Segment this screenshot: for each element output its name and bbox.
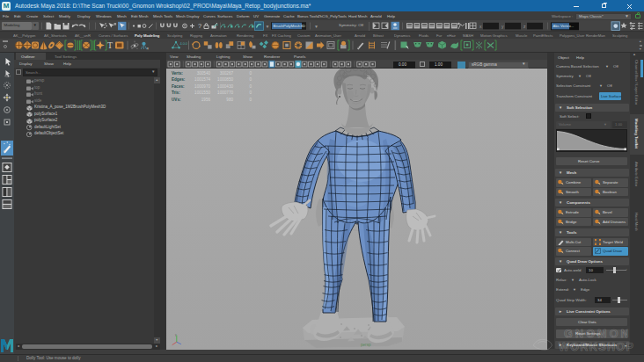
svg-text:4.0.0: 4.0.0 <box>180 42 187 46</box>
svg-text:×: × <box>147 47 150 51</box>
svg-text:z: z <box>523 24 526 29</box>
svg-text:x: x <box>479 24 482 29</box>
svg-text:T: T <box>107 40 113 50</box>
svg-text:y: y <box>501 24 504 29</box>
svg-text:Abs Vertex...: Abs Vertex... <box>553 24 574 28</box>
